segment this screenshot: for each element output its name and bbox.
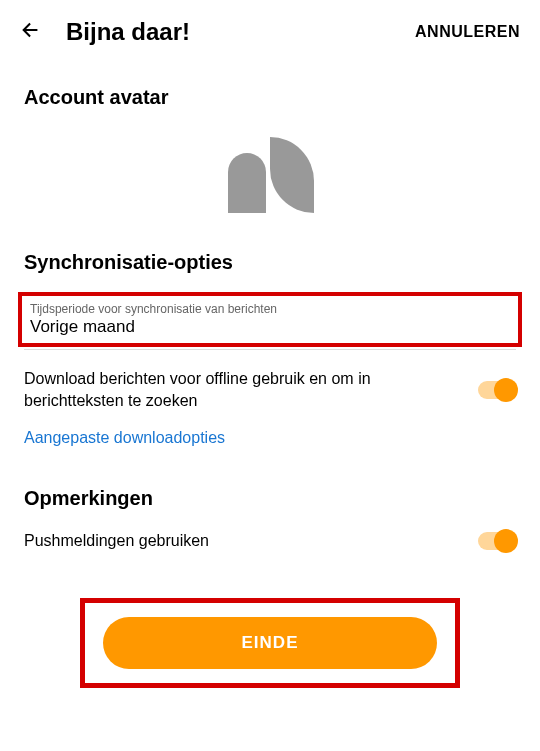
cancel-button[interactable]: ANNULEREN bbox=[415, 23, 520, 41]
sync-heading: Synchronisatie-opties bbox=[0, 229, 540, 282]
avatar-heading: Account avatar bbox=[0, 64, 540, 117]
avatar[interactable] bbox=[220, 137, 320, 217]
push-notifications-label: Pushmeldingen gebruiken bbox=[24, 530, 478, 552]
finish-button[interactable]: EINDE bbox=[103, 617, 437, 669]
remarks-heading: Opmerkingen bbox=[0, 465, 540, 518]
custom-download-link[interactable]: Aangepaste downloadopties bbox=[0, 419, 540, 465]
sync-period-highlight: Tijdsperiode voor synchronisatie van ber… bbox=[18, 292, 522, 347]
download-offline-toggle[interactable] bbox=[478, 381, 516, 399]
page-title: Bijna daar! bbox=[66, 18, 415, 46]
push-notifications-toggle[interactable] bbox=[478, 532, 516, 550]
sync-period-value: Vorige maand bbox=[30, 317, 510, 337]
sync-period-field[interactable]: Tijdsperiode voor synchronisatie van ber… bbox=[22, 296, 518, 343]
download-offline-label: Download berichten voor offline gebruik … bbox=[24, 368, 478, 413]
sync-period-label: Tijdsperiode voor synchronisatie van ber… bbox=[30, 302, 510, 316]
finish-button-highlight: EINDE bbox=[80, 598, 460, 688]
back-icon[interactable] bbox=[20, 19, 42, 45]
